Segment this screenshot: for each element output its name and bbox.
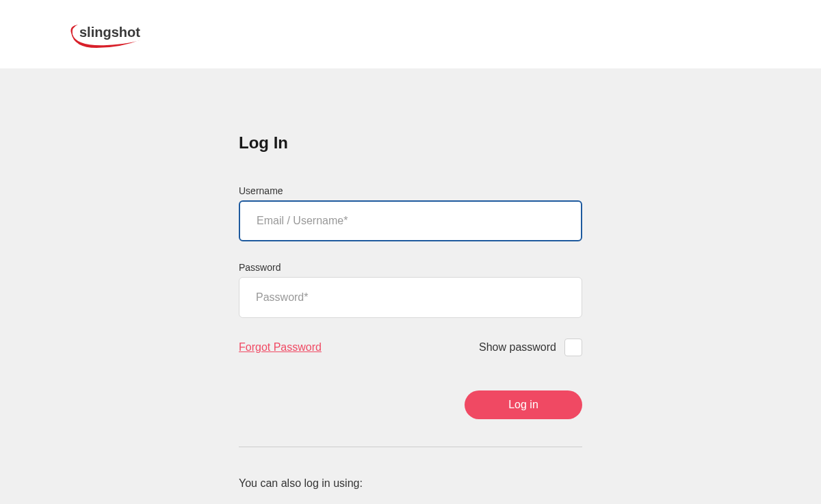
password-input[interactable] <box>239 277 582 318</box>
main-container: Log In Username Password Forgot Password… <box>0 68 821 504</box>
show-password-checkbox[interactable] <box>564 339 582 356</box>
username-input[interactable] <box>239 200 582 241</box>
username-label: Username <box>239 185 582 196</box>
page-title: Log In <box>239 133 582 152</box>
login-button-row: Log in <box>239 390 582 419</box>
show-password-group: Show password <box>479 339 582 356</box>
brand-logo[interactable]: slingshot <box>66 19 148 50</box>
svg-text:slingshot: slingshot <box>79 25 140 40</box>
options-row: Forgot Password Show password <box>239 339 582 356</box>
username-group: Username <box>239 185 582 241</box>
login-form: Log In Username Password Forgot Password… <box>239 133 582 504</box>
password-group: Password <box>239 262 582 318</box>
login-button[interactable]: Log in <box>465 390 582 419</box>
header: slingshot <box>0 0 821 68</box>
show-password-label: Show password <box>479 341 556 354</box>
social-login-label: You can also log in using: <box>239 477 582 490</box>
divider <box>239 447 582 447</box>
password-label: Password <box>239 262 582 273</box>
slingshot-logo-icon: slingshot <box>66 19 148 50</box>
forgot-password-link[interactable]: Forgot Password <box>239 341 322 354</box>
